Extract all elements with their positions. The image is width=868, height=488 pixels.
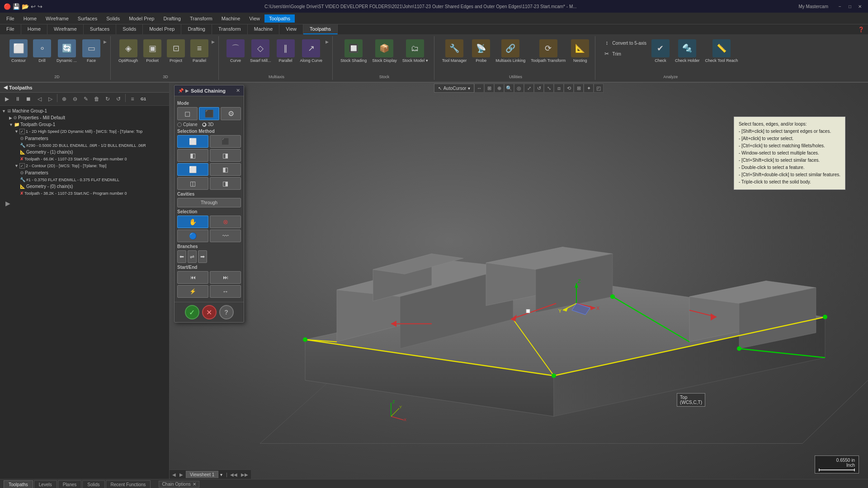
3d-radio[interactable]: 3D <box>202 122 214 127</box>
tab-home[interactable]: Home <box>21 24 47 34</box>
menu-button[interactable]: ≡ <box>127 94 137 104</box>
sel-method-1[interactable]: ⬜ <box>177 135 208 148</box>
sel-method-7[interactable]: ◫ <box>177 177 208 190</box>
play-button[interactable]: ▶ <box>2 94 12 104</box>
tree-toolpath-group[interactable]: ▼ 📁 Toolpath Group-1 <box>2 121 167 128</box>
undo-toolbar-button[interactable]: ↺ <box>113 94 123 104</box>
ok-button[interactable]: ✓ <box>185 305 199 319</box>
menu-item-solids[interactable]: Solids <box>102 14 124 23</box>
vs-left-arrow[interactable]: ◀ <box>171 471 177 478</box>
face-button[interactable]: ▭ Face <box>80 38 103 65</box>
multiaxis-more-button[interactable]: ▸ <box>326 38 329 45</box>
dialog-expand-icon[interactable]: ▶ <box>185 88 189 93</box>
check-holder-button[interactable]: 🔩 Check Holder <box>673 38 702 65</box>
tree-contour[interactable]: ▼ ✓ 2 - Contour (2D) - [WCS: Top] - [Tpl… <box>2 162 167 169</box>
3d-canvas[interactable]: Select faces, edges, and/or loops: - [Sh… <box>170 83 868 479</box>
regen-button[interactable]: ↻ <box>103 94 113 104</box>
vp-tool-9[interactable]: ⧈ <box>554 84 564 93</box>
drill-button[interactable]: ⚬ Drill <box>31 38 53 65</box>
selection-btn-1[interactable]: ✋ <box>177 216 208 228</box>
help-icon[interactable]: ❓ <box>858 27 864 33</box>
tree-toolpath-1[interactable]: ✘ Toolpath - 66.0K - 1107-23 Start.NC - … <box>2 155 167 162</box>
minimize-button[interactable]: − <box>835 2 844 10</box>
vp-tool-13[interactable]: ◰ <box>594 84 604 93</box>
sel-method-3[interactable]: ◧ <box>177 149 208 162</box>
curve-button[interactable]: ⌒ Curve <box>224 38 247 65</box>
tree-2d-dynamic[interactable]: ▼ ✓ 1 - 2D High Speed (2D Dynamic Mill) … <box>2 128 167 135</box>
sel-method-5[interactable]: ⬜ <box>177 163 208 176</box>
expand-icon[interactable]: ▼ <box>14 129 19 134</box>
start-end-btn-2[interactable]: ⏭ <box>210 271 241 284</box>
parallel-3d-button[interactable]: ≡ Parallel <box>188 38 211 65</box>
contour-button[interactable]: ⬜ Contour <box>7 38 30 65</box>
convert-5axis-button[interactable]: ↕ Convert to 5-axis <box>601 38 648 48</box>
tab-solids[interactable]: Solids <box>116 24 143 34</box>
menu-item-surfaces[interactable]: Surfaces <box>73 14 102 23</box>
vp-tool-6[interactable]: ⤢ <box>524 84 534 93</box>
mode-btn-2[interactable]: ⬛ <box>199 107 219 120</box>
3d-more-button[interactable]: ▸ <box>212 38 215 45</box>
menu-item-wireframe[interactable]: Wireframe <box>41 14 73 23</box>
tab-recent[interactable]: Recent Functions <box>106 480 151 488</box>
menu-item-view[interactable]: View <box>245 14 264 23</box>
start-end-btn-1[interactable]: ⏮ <box>177 271 208 284</box>
delete-button[interactable]: 🗑 <box>92 94 102 104</box>
enabled-check[interactable]: ✓ <box>19 129 25 134</box>
stock-display-button[interactable]: 📦 Stock Display <box>370 38 399 65</box>
tree-geom-2[interactable]: 📐 Geometry - (0) chain(s) <box>2 183 167 190</box>
stock-shading-button[interactable]: 🔲 Stock Shading <box>338 38 369 65</box>
tree-tool-2[interactable]: 🔧 #1 - 0.3750 FLAT ENDMILL - 0.375 FLAT … <box>2 176 167 183</box>
vs-right-arrow[interactable]: ▶ <box>179 471 184 478</box>
viewport[interactable]: Select faces, edges, and/or loops: - [Sh… <box>170 83 868 479</box>
dialog-close-icon[interactable]: ✕ <box>236 88 240 94</box>
vs-chevron[interactable]: ▾ <box>220 472 222 477</box>
cavities-button[interactable]: Through <box>177 198 241 207</box>
probe-button[interactable]: 📡 Probe <box>470 38 492 65</box>
add-button[interactable]: ⊕ <box>59 94 69 104</box>
along-curve-button[interactable]: ↗ Along Curve <box>298 38 325 65</box>
tree-geom-1[interactable]: 📐 Geometry - (1) chain(s) <box>2 149 167 155</box>
tab-levels[interactable]: Levels <box>34 480 57 488</box>
start-end-btn-4[interactable]: ↔ <box>210 285 241 298</box>
sel-method-6[interactable]: ◧ <box>210 163 241 176</box>
menu-item-machine[interactable]: Machine <box>217 14 245 23</box>
dialog-pin-icon[interactable]: 📌 <box>178 88 184 93</box>
menu-item-transform[interactable]: Transform <box>185 14 217 23</box>
vs-scroll-right[interactable]: ▶▶ <box>240 471 249 478</box>
pocket-button[interactable]: ▣ Pocket <box>141 38 164 65</box>
sel-method-4[interactable]: ◨ <box>210 149 241 162</box>
next-button[interactable]: ▷ <box>45 94 55 104</box>
dynamic-button[interactable]: 🔄 Dynamic ... <box>54 38 79 65</box>
vp-tool-10[interactable]: ⟲ <box>564 84 574 93</box>
tab-model-prep[interactable]: Model Prep <box>143 24 181 34</box>
vp-tool-2[interactable]: ⊞ <box>484 84 494 93</box>
edit-button[interactable]: ✎ <box>81 94 91 104</box>
dialog-titlebar[interactable]: 📌 ▶ Solid Chaining ✕ <box>175 85 244 96</box>
tab-solids-bottom[interactable]: Solids <box>82 480 104 488</box>
selection-btn-4[interactable]: 〰 <box>210 230 241 242</box>
swarf-button[interactable]: ◇ Swarf Mill... <box>248 38 274 65</box>
branch-btn-1[interactable]: ⬅ <box>177 250 186 263</box>
vp-tool-4[interactable]: 🔍 <box>504 84 514 93</box>
vp-tool-12[interactable]: ✦ <box>584 84 594 93</box>
stock-model-button[interactable]: 🗂 Stock Model ▾ <box>400 38 430 65</box>
save-icon[interactable]: 💾 <box>13 3 20 10</box>
multiaxis-linking-button[interactable]: 🔗 Multiaxis Linking <box>493 38 528 65</box>
selection-btn-3[interactable]: 🔵 <box>177 230 208 242</box>
prev-button[interactable]: ◁ <box>34 94 44 104</box>
project-button[interactable]: ⊡ Project <box>165 38 187 65</box>
mode-btn-1[interactable]: ◻ <box>177 107 198 120</box>
tree-tool-1[interactable]: 🔧 #290 - 0.5000 2D BULL ENDMILL .06R - 1… <box>2 142 167 149</box>
remove-button[interactable]: ⊖ <box>70 94 80 104</box>
g1-button[interactable]: G1 <box>138 94 148 104</box>
tab-wireframe[interactable]: Wireframe <box>47 24 84 34</box>
mode-btn-3[interactable]: ⚙ <box>221 107 241 120</box>
tree-params-2[interactable]: ⚙ Parameters <box>2 169 167 176</box>
expand-icon[interactable]: ▼ <box>14 164 19 168</box>
redo-icon[interactable]: ↪ <box>38 3 42 10</box>
tool-manager-button[interactable]: 🔧 Tool Manager <box>440 38 469 65</box>
cplane-radio[interactable]: Cplane <box>177 122 198 127</box>
toolpath-transform-button[interactable]: ⟳ Toolpath Transform <box>528 38 568 65</box>
autocursor-chevron[interactable]: ▾ <box>468 86 470 91</box>
tab-transform[interactable]: Transform <box>212 24 248 34</box>
